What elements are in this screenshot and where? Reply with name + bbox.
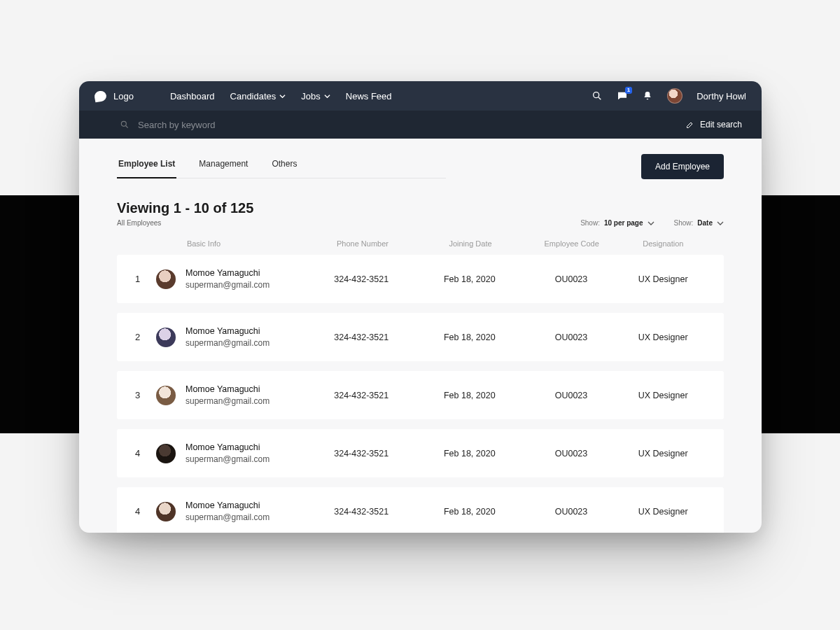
employee-code: OU0023	[522, 391, 621, 400]
employee-email: superman@gmail.com	[186, 454, 270, 465]
search-icon	[592, 90, 603, 102]
employee-email: superman@gmail.com	[186, 512, 270, 523]
employee-name: Momoe Yamaguchi	[186, 384, 270, 396]
row-index: 2	[135, 332, 156, 342]
employee-join-date: Feb 18, 2020	[417, 332, 522, 342]
add-employee-button[interactable]: Add Employee	[641, 154, 724, 179]
employee-join-date: Feb 18, 2020	[417, 449, 522, 458]
col-phone: Phone Number	[307, 239, 419, 248]
employee-phone: 324-432-3521	[306, 507, 417, 517]
svg-line-1	[598, 97, 601, 99]
employee-avatar	[156, 386, 176, 405]
chevron-down-icon	[648, 220, 654, 227]
employee-phone: 324-432-3521	[306, 274, 417, 284]
employee-code: OU0023	[522, 449, 621, 458]
nav-dashboard[interactable]: Dashboard	[170, 91, 215, 102]
search-button[interactable]	[592, 90, 603, 102]
user-avatar[interactable]	[667, 88, 682, 104]
per-page-select[interactable]: Show: 10 per page	[580, 219, 654, 227]
employee-designation: UX Designer	[620, 391, 706, 400]
table-row[interactable]: 1 Momoe Yamaguchi superman@gmail.com 324…	[117, 255, 724, 303]
nav-newsfeed[interactable]: News Feed	[346, 91, 392, 102]
employee-join-date: Feb 18, 2020	[417, 391, 522, 400]
tab-employee-list[interactable]: Employee List	[117, 155, 176, 178]
viewing-title: Viewing 1 - 10 of 125	[117, 200, 253, 216]
employee-avatar	[156, 502, 176, 522]
employee-designation: UX Designer	[620, 332, 706, 342]
employee-phone: 324-432-3521	[306, 449, 417, 458]
employee-designation: UX Designer	[620, 449, 706, 458]
nav-jobs[interactable]: Jobs	[301, 91, 330, 102]
employee-avatar	[156, 270, 176, 289]
col-basic-info: Basic Info	[156, 239, 307, 248]
edit-search-button[interactable]: Edit search	[686, 120, 742, 130]
col-designation: Designation	[621, 239, 706, 248]
table-row[interactable]: 4 Momoe Yamaguchi superman@gmail.com 324…	[117, 487, 724, 533]
employee-name: Momoe Yamaguchi	[186, 326, 270, 337]
employee-join-date: Feb 18, 2020	[417, 507, 522, 517]
chevron-down-icon	[324, 93, 330, 99]
user-name[interactable]: Dorthy Howl	[696, 91, 746, 102]
employee-email: superman@gmail.com	[186, 337, 270, 349]
col-joining-date: Joining Date	[418, 239, 522, 248]
employee-email: superman@gmail.com	[186, 396, 270, 407]
employee-phone: 324-432-3521	[306, 332, 417, 342]
row-index: 4	[135, 506, 156, 517]
employee-table: 1 Momoe Yamaguchi superman@gmail.com 324…	[117, 255, 724, 533]
table-headers: Basic Info Phone Number Joining Date Emp…	[117, 227, 724, 255]
employee-avatar	[156, 328, 176, 347]
tab-others[interactable]: Others	[270, 155, 298, 178]
search-icon	[120, 120, 130, 130]
chevron-down-icon	[279, 93, 286, 99]
row-index: 3	[135, 390, 156, 400]
svg-line-3	[126, 126, 128, 128]
employee-designation: UX Designer	[620, 507, 706, 517]
employee-email: superman@gmail.com	[186, 279, 270, 290]
viewing-subtitle: All Employees	[117, 219, 253, 227]
bell-icon	[642, 90, 653, 102]
employee-code: OU0023	[522, 332, 621, 342]
sort-select[interactable]: Show: Date	[674, 219, 724, 227]
employee-designation: UX Designer	[620, 274, 706, 284]
main-nav: Dashboard Candidates Jobs News Feed	[170, 91, 392, 102]
logo-icon	[94, 90, 107, 102]
svg-point-2	[121, 121, 126, 126]
content-area: Employee List Management Others Add Empl…	[79, 139, 762, 533]
row-index: 1	[135, 274, 156, 284]
table-row[interactable]: 4 Momoe Yamaguchi superman@gmail.com 324…	[117, 429, 724, 477]
search-bar: Edit search	[79, 111, 762, 139]
svg-point-0	[594, 92, 599, 98]
search-input[interactable]	[138, 120, 686, 130]
employee-code: OU0023	[522, 507, 621, 517]
chevron-down-icon	[717, 220, 724, 227]
row-index: 4	[135, 448, 156, 458]
notifications-button[interactable]	[642, 90, 653, 102]
employee-phone: 324-432-3521	[306, 391, 417, 400]
tabs: Employee List Management Others	[117, 155, 446, 178]
brand-name: Logo	[113, 91, 134, 102]
tab-management[interactable]: Management	[197, 155, 249, 178]
table-row[interactable]: 3 Momoe Yamaguchi superman@gmail.com 324…	[117, 371, 724, 419]
employee-name: Momoe Yamaguchi	[186, 442, 270, 454]
employee-name: Momoe Yamaguchi	[186, 267, 270, 279]
app-window: Logo Dashboard Candidates Jobs News Feed…	[79, 81, 762, 533]
messages-button[interactable]: 1	[617, 90, 628, 102]
col-employee-code: Employee Code	[523, 239, 621, 248]
employee-name: Momoe Yamaguchi	[186, 500, 270, 512]
pencil-icon	[686, 120, 694, 129]
employee-code: OU0023	[522, 274, 621, 284]
nav-candidates[interactable]: Candidates	[230, 91, 286, 102]
messages-badge: 1	[625, 87, 632, 94]
topbar: Logo Dashboard Candidates Jobs News Feed…	[79, 81, 762, 111]
employee-join-date: Feb 18, 2020	[417, 274, 522, 284]
employee-avatar	[156, 444, 176, 463]
table-row[interactable]: 2 Momoe Yamaguchi superman@gmail.com 324…	[117, 313, 724, 361]
